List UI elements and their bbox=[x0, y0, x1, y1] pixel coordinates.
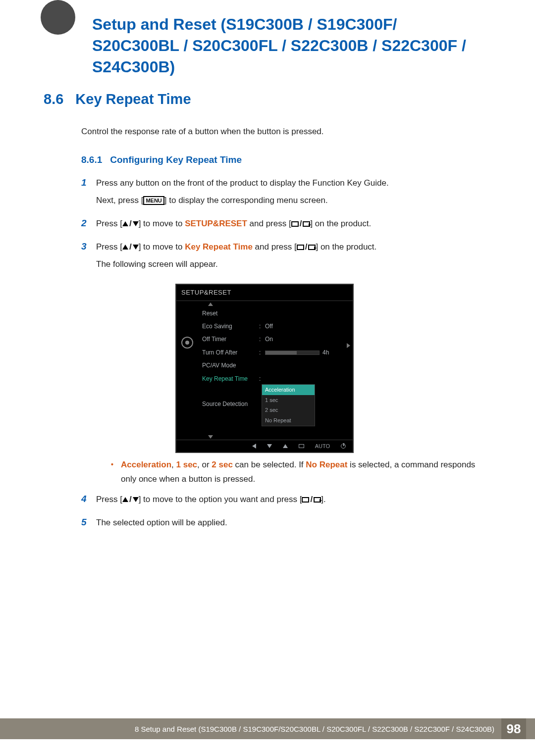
step-1-line-a: Press any button on the front of the pro… bbox=[96, 176, 487, 191]
osd-row-reset: Reset bbox=[198, 307, 353, 320]
nav-back-icon bbox=[252, 444, 256, 449]
note-bullet: • Acceleration, 1 sec, or 2 sec can be s… bbox=[111, 458, 487, 487]
step-number: 4 bbox=[81, 493, 96, 506]
nav-auto-label: AUTO bbox=[315, 442, 330, 451]
step-number: 5 bbox=[81, 516, 96, 529]
step-body: Press any button on the front of the pro… bbox=[96, 176, 487, 211]
section-heading: 8.6 Key Repeat Time bbox=[44, 91, 191, 107]
up-down-icon: / bbox=[122, 240, 139, 254]
step-3: 3 Press [/] to move to Key Repeat Time a… bbox=[81, 240, 487, 487]
setup-reset-bold: SETUP&RESET bbox=[185, 219, 247, 228]
osd-row-turnoff: Turn Off After:4h bbox=[198, 346, 353, 359]
step-body: Press [/] to move to the option you want… bbox=[96, 493, 487, 510]
scroll-up-icon bbox=[208, 302, 213, 306]
popup-item-norepeat: No Repeat bbox=[262, 415, 315, 426]
step-3-tail: The following screen will appear. bbox=[96, 257, 487, 272]
up-down-icon: / bbox=[122, 493, 139, 507]
bullet-icon: • bbox=[111, 458, 121, 487]
step-number: 1 bbox=[81, 176, 96, 190]
osd-popup: Acceleration 1 sec 2 sec No Repeat bbox=[262, 384, 315, 426]
page-title: Setup and Reset (S19C300B / S19C300F/ S2… bbox=[92, 14, 469, 78]
select-enter-icon: / bbox=[291, 217, 311, 231]
subsection-heading: 8.6.1 Configuring Key Repeat Time bbox=[81, 154, 242, 165]
subsection-number: 8.6.1 bbox=[81, 154, 102, 165]
menu-button-icon: MENU bbox=[143, 196, 164, 205]
step-1-line-b: Next, press [MENU] to display the corres… bbox=[96, 194, 487, 208]
step-number: 3 bbox=[81, 240, 96, 253]
power-icon bbox=[341, 444, 346, 449]
osd-row-offtimer: Off Timer:On bbox=[198, 333, 353, 346]
popup-item-1sec: 1 sec bbox=[262, 395, 315, 405]
gear-icon bbox=[181, 337, 193, 349]
step-body: Press [/] to move to Key Repeat Time and… bbox=[96, 240, 487, 487]
select-enter-icon: / bbox=[297, 240, 316, 254]
acceleration-bold: Acceleration bbox=[121, 460, 171, 469]
step-5: 5 The selected option will be applied. bbox=[81, 516, 487, 533]
chapter-icon bbox=[41, 0, 75, 35]
right-arrow-icon bbox=[347, 343, 350, 348]
page-footer: 8 Setup and Reset (S19C300B / S19C300F/S… bbox=[0, 718, 535, 739]
step-4: 4 Press [/] to move to the option you wa… bbox=[81, 493, 487, 510]
popup-item-2sec: 2 sec bbox=[262, 405, 315, 415]
section-number: 8.6 bbox=[44, 91, 63, 107]
footer-text: 8 Setup and Reset (S19C300B / S19C300F/S… bbox=[135, 725, 494, 733]
osd-panel: SETUP&RESET Reset Eco Saving:Off Off Tim… bbox=[175, 284, 354, 454]
subsection-title: Configuring Key Repeat Time bbox=[110, 154, 242, 165]
step-body: The selected option will be applied. bbox=[96, 516, 487, 533]
up-down-icon: / bbox=[122, 217, 139, 231]
nav-down-icon bbox=[267, 444, 272, 448]
osd-nav-bar: AUTO bbox=[176, 440, 353, 452]
step-2: 2 Press [/] to move to SETUP&RESET and p… bbox=[81, 217, 487, 234]
section-title: Key Repeat Time bbox=[75, 91, 191, 107]
osd-screenshot: SETUP&RESET Reset Eco Saving:Off Off Tim… bbox=[175, 284, 487, 454]
two-sec-bold: 2 sec bbox=[212, 460, 233, 469]
slider-icon bbox=[265, 351, 320, 355]
step-number: 2 bbox=[81, 217, 96, 230]
page-number: 98 bbox=[501, 718, 526, 739]
scroll-down-icon bbox=[208, 435, 213, 439]
no-repeat-bold: No Repeat bbox=[306, 460, 347, 469]
steps-list: 1 Press any button on the front of the p… bbox=[81, 176, 487, 539]
one-sec-bold: 1 sec bbox=[176, 460, 198, 469]
osd-title: SETUP&RESET bbox=[176, 285, 353, 301]
popup-item-acceleration: Acceleration bbox=[262, 385, 315, 395]
nav-up-icon bbox=[283, 444, 288, 448]
key-repeat-time-bold: Key Repeat Time bbox=[185, 242, 253, 252]
select-enter-icon: / bbox=[302, 493, 321, 507]
osd-row-krt: Key Repeat Time: bbox=[198, 372, 353, 385]
step-body: Press [/] to move to SETUP&RESET and pre… bbox=[96, 217, 487, 234]
osd-row-eco: Eco Saving:Off bbox=[198, 320, 353, 333]
step-1: 1 Press any button on the front of the p… bbox=[81, 176, 487, 211]
intro-text: Control the response rate of a button wh… bbox=[81, 127, 324, 137]
nav-select-icon bbox=[299, 444, 304, 448]
osd-row-pcav: PC/AV Mode bbox=[198, 359, 353, 372]
